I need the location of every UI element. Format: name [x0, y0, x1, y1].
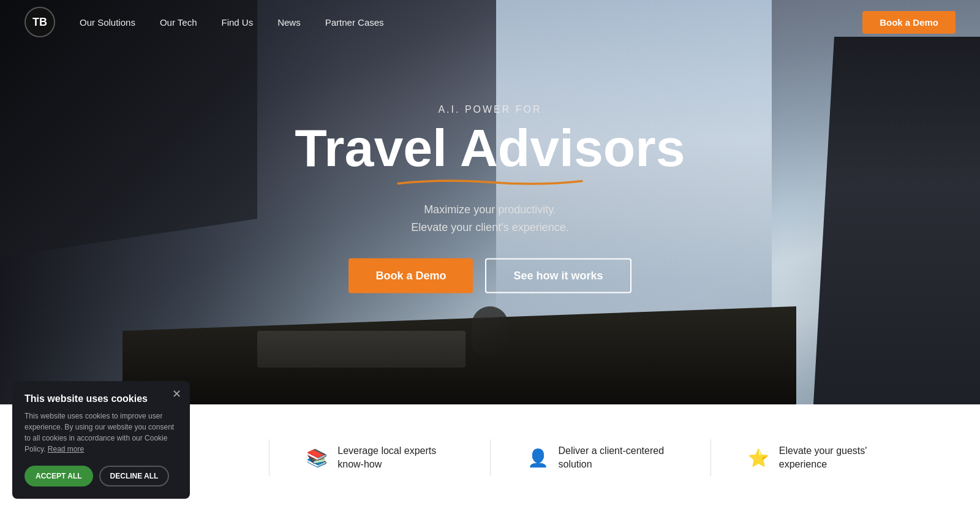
- nav-news[interactable]: News: [277, 17, 301, 28]
- feature-guest-experience: ⭐ Elevate your guests' experience: [748, 444, 894, 472]
- feature-local-experts-text: Leverage local experts know-how: [337, 444, 453, 472]
- guest-experience-icon: ⭐: [748, 448, 769, 468]
- feature-client-centered-text: Deliver a client-centered solution: [559, 444, 674, 472]
- cookie-banner: ✕ This website uses cookies This website…: [12, 381, 190, 499]
- divider-1: [269, 439, 270, 476]
- mouse-decoration: [472, 306, 508, 355]
- nav-our-solutions[interactable]: Our Solutions: [80, 17, 135, 28]
- title-underline: [392, 178, 588, 186]
- nav-our-tech[interactable]: Our Tech: [160, 17, 197, 28]
- hero-buttons: Book a Demo See how it works: [276, 258, 704, 293]
- hero-subtitle: A.I. POWER FOR: [276, 104, 704, 115]
- divider-3: [710, 439, 711, 476]
- keyboard-decoration: [257, 331, 466, 368]
- cookie-read-more-link[interactable]: Read more: [48, 445, 84, 453]
- see-how-it-works-button[interactable]: See how it works: [485, 258, 631, 293]
- hero-section: TB Our Solutions Our Tech Find Us News P…: [0, 0, 980, 404]
- book-demo-nav-button[interactable]: Book a Demo: [862, 11, 956, 34]
- nav-links: Our Solutions Our Tech Find Us News Part…: [80, 17, 384, 28]
- feature-client-centered: 👤 Deliver a client-centered solution: [527, 444, 674, 472]
- local-experts-icon: 📚: [306, 448, 328, 468]
- hero-title: Travel Advisors: [295, 121, 685, 174]
- cookie-accept-button[interactable]: ACCEPT ALL: [24, 466, 93, 486]
- cookie-buttons: ACCEPT ALL DECLINE ALL: [24, 466, 178, 486]
- client-centered-icon: 👤: [527, 448, 549, 468]
- hero-tagline: Maximize your productivity. Elevate your…: [276, 201, 704, 237]
- book-demo-hero-button[interactable]: Book a Demo: [349, 258, 473, 293]
- cookie-body: This website uses cookies to improve use…: [24, 411, 178, 455]
- navbar: TB Our Solutions Our Tech Find Us News P…: [0, 0, 980, 44]
- divider-2: [490, 439, 491, 476]
- cookie-title: This website uses cookies: [24, 393, 178, 404]
- nav-partner-cases[interactable]: Partner Cases: [325, 17, 384, 28]
- hero-content: A.I. POWER FOR Travel Advisors Maximize …: [276, 104, 704, 293]
- cookie-close-button[interactable]: ✕: [172, 388, 181, 399]
- feature-guest-experience-text: Elevate your guests' experience: [779, 444, 894, 472]
- feature-local-experts: 📚 Leverage local experts know-how: [306, 444, 453, 472]
- cookie-decline-button[interactable]: DECLINE ALL: [99, 466, 170, 486]
- logo[interactable]: TB: [24, 7, 55, 37]
- nav-find-us[interactable]: Find Us: [221, 17, 253, 28]
